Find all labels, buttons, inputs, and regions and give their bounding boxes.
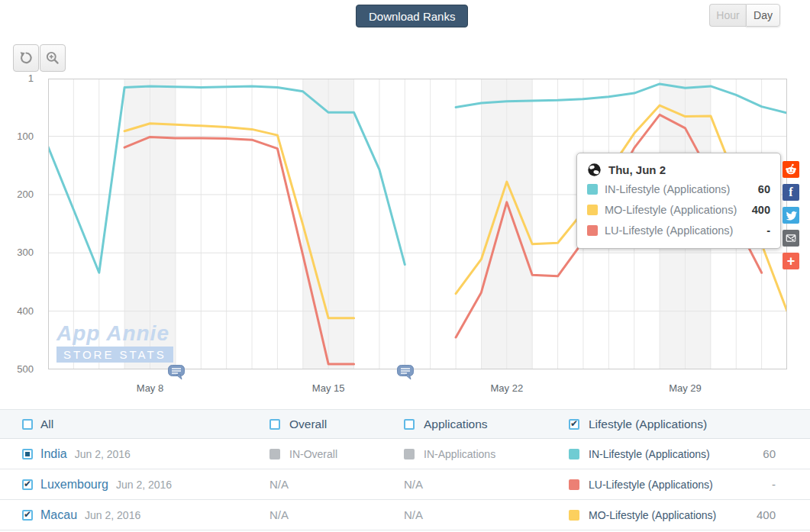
tooltip-series-row: LU-Lifestyle (Applications) - xyxy=(587,220,770,240)
y-axis-label: 400 xyxy=(0,305,34,318)
app-rank-stats-page: Download Ranks Hour Day 1100200300400500… xyxy=(0,0,810,532)
tooltip-series-value: 400 xyxy=(752,204,770,216)
legend-label-in-overall[interactable]: IN-Overall xyxy=(289,448,337,460)
share-email-button[interactable] xyxy=(783,230,799,247)
plus-icon: + xyxy=(787,254,795,268)
na-value: N/A xyxy=(404,508,423,521)
tooltip-series-value: 60 xyxy=(758,183,770,195)
x-axis-label: May 8 xyxy=(127,382,173,394)
chart-tooltip: Thu, Jun 2 IN-Lifestyle (Applications) 6… xyxy=(576,153,781,249)
y-axis-label: 1 xyxy=(0,72,34,85)
table-row-india: India Jun 2, 2016 IN-Overall IN-Applicat… xyxy=(0,439,810,469)
tooltip-series-value: - xyxy=(766,224,770,237)
series-swatch xyxy=(587,184,598,195)
x-axis-label: May 15 xyxy=(305,382,351,394)
reset-rotate-icon xyxy=(18,50,34,66)
overall-column-checkbox[interactable] xyxy=(269,419,280,430)
select-all-checkbox[interactable] xyxy=(22,419,33,430)
tooltip-series-label: MO-Lifestyle (Applications) xyxy=(605,204,745,216)
comment-bubble-icon[interactable] xyxy=(396,364,415,381)
legend-swatch-in-applications[interactable] xyxy=(404,449,415,459)
tooltip-date: Thu, Jun 2 xyxy=(608,163,666,176)
x-axis-label: May 29 xyxy=(662,382,708,394)
row-date: Jun 2, 2016 xyxy=(75,448,131,460)
reset-zoom-button[interactable] xyxy=(13,44,39,72)
tooltip-series-label: IN-Lifestyle (Applications) xyxy=(605,183,751,195)
twitter-icon xyxy=(786,210,797,221)
zoom-in-button[interactable] xyxy=(40,44,66,72)
reddit-icon xyxy=(784,163,798,176)
y-axis-label: 500 xyxy=(0,363,34,376)
social-share-stack: f + xyxy=(783,161,799,276)
legend-label-in-applications[interactable]: IN-Applications xyxy=(424,448,495,460)
facebook-icon: f xyxy=(789,185,792,199)
day-toggle-button[interactable]: Day xyxy=(746,4,780,27)
download-ranks-button[interactable]: Download Ranks xyxy=(356,5,468,27)
column-header-overall[interactable]: Overall xyxy=(289,418,327,431)
legend-swatch-in-overall[interactable] xyxy=(269,449,280,459)
na-value: N/A xyxy=(269,478,289,491)
legend-swatch-in-lifestyle[interactable] xyxy=(569,449,579,459)
row-checkbox-luxembourg[interactable] xyxy=(22,479,33,490)
row-checkbox-macau[interactable] xyxy=(22,510,33,521)
hour-toggle-button[interactable]: Hour xyxy=(709,4,746,27)
y-axis-label: 100 xyxy=(0,130,34,143)
table-header-row: All Overall Applications Lifestyle (Appl… xyxy=(0,409,810,439)
zoom-in-icon xyxy=(45,50,60,66)
row-checkbox-india[interactable] xyxy=(22,449,33,459)
share-twitter-button[interactable] xyxy=(783,207,799,224)
legend-label-in-lifestyle[interactable]: IN-Lifestyle (Applications) xyxy=(589,448,710,460)
lifestyle-column-checkbox[interactable] xyxy=(569,419,579,430)
series-swatch xyxy=(587,205,598,215)
na-value: N/A xyxy=(404,478,423,491)
rank-value: 60 xyxy=(763,447,776,460)
column-header-all[interactable]: All xyxy=(40,418,53,431)
applications-column-checkbox[interactable] xyxy=(404,419,415,430)
share-more-button[interactable]: + xyxy=(783,253,799,269)
series-swatch xyxy=(587,225,598,236)
share-reddit-button[interactable] xyxy=(783,161,799,178)
legend-label-lu-lifestyle[interactable]: LU-Lifestyle (Applications) xyxy=(589,479,713,491)
column-header-lifestyle[interactable]: Lifestyle (Applications) xyxy=(589,418,707,431)
legend-swatch-lu-lifestyle[interactable] xyxy=(569,479,579,490)
globe-icon xyxy=(587,163,602,177)
share-facebook-button[interactable]: f xyxy=(783,184,799,201)
table-row-luxembourg: Luxembourg Jun 2, 2016 N/A N/A LU-Lifest… xyxy=(0,469,810,500)
granularity-toggle: Hour Day xyxy=(709,4,780,27)
rank-value: 400 xyxy=(757,508,776,521)
legend-swatch-mo-lifestyle[interactable] xyxy=(569,510,579,521)
x-axis-label: May 22 xyxy=(484,382,530,394)
y-axis-label: 300 xyxy=(0,246,34,260)
country-link-macau[interactable]: Macau xyxy=(40,508,77,522)
tooltip-header: Thu, Jun 2 xyxy=(587,160,770,179)
email-icon xyxy=(784,231,798,245)
countries-rank-table: All Overall Applications Lifestyle (Appl… xyxy=(0,409,810,530)
tooltip-series-row: MO-Lifestyle (Applications) 400 xyxy=(587,199,770,220)
y-axis-label: 200 xyxy=(0,188,34,202)
country-link-luxembourg[interactable]: Luxembourg xyxy=(40,478,108,492)
row-date: Jun 2, 2016 xyxy=(116,479,172,491)
tooltip-series-label: LU-Lifestyle (Applications) xyxy=(605,224,760,237)
rank-value: - xyxy=(772,478,776,491)
table-row-macau: Macau Jun 2, 2016 N/A N/A MO-Lifestyle (… xyxy=(0,500,810,530)
column-header-applications[interactable]: Applications xyxy=(424,418,488,431)
legend-label-mo-lifestyle[interactable]: MO-Lifestyle (Applications) xyxy=(589,509,716,521)
comment-bubble-icon[interactable] xyxy=(167,364,186,381)
tooltip-series-row: IN-Lifestyle (Applications) 60 xyxy=(587,179,770,199)
na-value: N/A xyxy=(269,508,289,521)
country-link-india[interactable]: India xyxy=(40,447,67,461)
row-date: Jun 2, 2016 xyxy=(85,509,140,521)
